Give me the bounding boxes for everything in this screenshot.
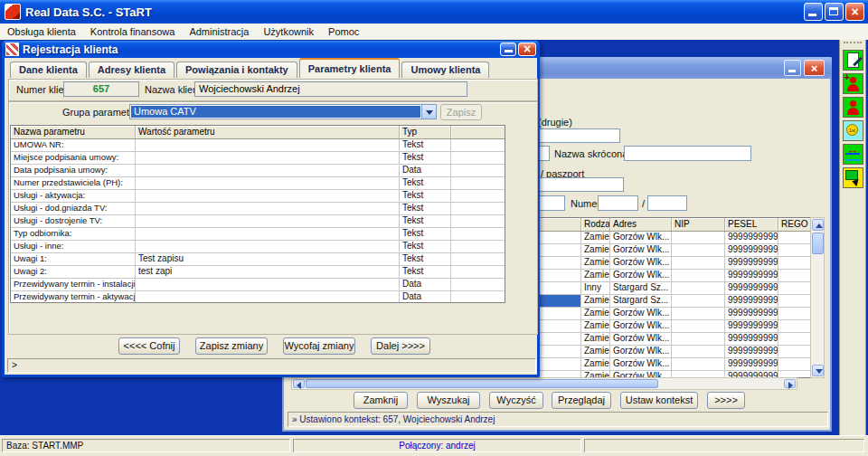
- numer-input-2[interactable]: [647, 195, 687, 211]
- address-pesel-cell[interactable]: 99999999999: [725, 270, 778, 281]
- first-payment-icon[interactable]: [843, 120, 863, 141]
- param-value-cell[interactable]: [136, 228, 400, 240]
- address-adres-cell[interactable]: Stargard Sz...: [610, 295, 672, 307]
- set-context-icon[interactable]: [843, 167, 863, 188]
- param-row[interactable]: Uwagi 1:Test zapisuTekst: [11, 253, 505, 266]
- address-pesel-cell[interactable]: 99999999999: [725, 257, 778, 269]
- address-rodzaj-cell[interactable]: Zamies...: [581, 358, 610, 370]
- client-button-0[interactable]: Zamknij: [354, 392, 408, 409]
- menu-item-1[interactable]: Kontrola finansowa: [83, 24, 183, 40]
- param-row[interactable]: Data podpisania umowy:Data: [11, 165, 505, 177]
- address-pesel-cell[interactable]: 99999999999: [725, 282, 778, 294]
- param-row[interactable]: Miejsce podpisania umowy:Tekst: [11, 152, 505, 165]
- address-rodzaj-cell[interactable]: Zamies...: [581, 320, 610, 332]
- add-client-icon[interactable]: [843, 73, 863, 94]
- column-header-regon[interactable]: REGO: [778, 218, 811, 231]
- address-regon-cell[interactable]: [778, 308, 811, 319]
- address-rodzaj-cell[interactable]: Inny: [581, 282, 610, 294]
- grupa-parametrow-combo[interactable]: Umowa CATV: [129, 104, 437, 119]
- address-regon-cell[interactable]: [778, 358, 811, 370]
- address-pesel-cell[interactable]: 99999999999: [725, 244, 778, 256]
- vertical-scrollbar[interactable]: [810, 217, 825, 378]
- address-adres-cell[interactable]: Stargard Sz...: [610, 282, 672, 294]
- menu-item-4[interactable]: Pomoc: [321, 24, 366, 40]
- address-nip-cell[interactable]: [672, 295, 725, 307]
- column-header-name[interactable]: Nazwa parametru: [11, 126, 136, 138]
- param-value-cell[interactable]: [136, 203, 400, 214]
- param-value-cell[interactable]: test zapi: [136, 266, 400, 278]
- chevron-down-icon[interactable]: [421, 105, 436, 119]
- address-regon-cell[interactable]: [778, 333, 811, 345]
- client-button-1[interactable]: Wyszukaj: [417, 392, 480, 409]
- column-header-type[interactable]: Typ: [400, 126, 451, 138]
- address-rodzaj-cell[interactable]: Zamies...: [581, 333, 610, 345]
- param-value-cell[interactable]: [136, 139, 400, 151]
- address-nip-cell[interactable]: [672, 333, 725, 345]
- param-row[interactable]: Usługi - aktywacja:Tekst: [11, 190, 505, 203]
- address-pesel-cell[interactable]: 99999999999: [725, 358, 778, 370]
- zapisz-button[interactable]: Zapisz: [440, 104, 482, 120]
- address-adres-cell[interactable]: Gorzów Wlk...: [610, 257, 672, 269]
- address-adres-cell[interactable]: Gorzów Wlk...: [610, 308, 672, 319]
- address-pesel-cell[interactable]: 99999999999: [725, 320, 778, 332]
- column-header-rodzaj[interactable]: Rodzaj ...: [581, 218, 610, 231]
- param-value-cell[interactable]: [136, 215, 400, 227]
- tab-1[interactable]: Adresy klienta: [89, 62, 175, 78]
- address-pesel-cell[interactable]: 99999999999: [725, 232, 778, 243]
- address-regon-cell[interactable]: [778, 244, 811, 256]
- param-value-cell[interactable]: [136, 190, 400, 202]
- scrollbar-thumb[interactable]: [812, 233, 824, 254]
- param-row[interactable]: UMOWA NR:Tekst: [11, 139, 505, 152]
- client-button-2[interactable]: Wyczyść: [489, 392, 543, 409]
- param-value-cell[interactable]: [136, 152, 400, 164]
- address-adres-cell[interactable]: Gorzów Wlk...: [610, 358, 672, 370]
- param-value-cell[interactable]: [136, 241, 400, 252]
- close-button[interactable]: [845, 3, 864, 21]
- address-pesel-cell[interactable]: 99999999999: [725, 346, 778, 357]
- address-rodzaj-cell[interactable]: Zamies...: [581, 270, 610, 281]
- address-adres-cell[interactable]: Gorzów Wlk...: [610, 346, 672, 357]
- param-row[interactable]: Usługi - dod.gniazda TV:Tekst: [11, 203, 505, 215]
- minimize-button[interactable]: [804, 3, 823, 21]
- tab-2[interactable]: Powiązania i kontakty: [176, 62, 297, 78]
- address-regon-cell[interactable]: [778, 282, 811, 294]
- dialog-button-0[interactable]: <<<< Cofnij: [118, 337, 180, 355]
- nazwa-skrocona-input[interactable]: [624, 146, 751, 161]
- column-header-nip[interactable]: NIP: [672, 218, 725, 231]
- edit-document-icon[interactable]: [843, 50, 863, 71]
- minimize-button[interactable]: [784, 60, 801, 76]
- dialog-button-1[interactable]: Zapisz zmiany: [195, 337, 268, 355]
- param-value-cell[interactable]: [136, 291, 400, 303]
- param-value-cell[interactable]: [136, 177, 400, 189]
- menu-item-0[interactable]: Obsługa klienta: [0, 24, 83, 40]
- scroll-down-button[interactable]: [812, 365, 824, 376]
- address-adres-cell[interactable]: Gorzów Wlk...: [610, 333, 672, 345]
- address-adres-cell[interactable]: Gorzów Wlk...: [610, 232, 672, 243]
- client-button-4[interactable]: Ustaw kontekst: [620, 392, 698, 409]
- scroll-left-button[interactable]: [293, 379, 305, 388]
- address-rodzaj-cell[interactable]: Zamies...: [581, 232, 610, 243]
- param-value-cell[interactable]: Test zapisu: [136, 253, 400, 265]
- tab-4[interactable]: Umowy klienta: [401, 62, 489, 78]
- param-row[interactable]: Przewidywany termin - instalacji:Data: [11, 279, 505, 291]
- scroll-right-button[interactable]: [784, 379, 796, 388]
- address-rodzaj-cell[interactable]: Zamies...: [581, 308, 610, 319]
- param-row[interactable]: Uwagi 2:test zapiTekst: [11, 266, 505, 279]
- address-nip-cell[interactable]: [672, 257, 725, 269]
- param-row[interactable]: Przewidywany termin - aktywacji:Data: [11, 291, 505, 303]
- dialog-button-2[interactable]: Wycofaj zmiany: [283, 337, 355, 355]
- menu-item-3[interactable]: Użytkownik: [256, 24, 321, 40]
- address-nip-cell[interactable]: [672, 282, 725, 294]
- horizontal-scrollbar[interactable]: [291, 377, 797, 390]
- client-button-3[interactable]: Przeglądaj: [552, 392, 611, 409]
- address-rodzaj-cell[interactable]: Zamies...: [581, 346, 610, 357]
- address-adres-cell[interactable]: Gorzów Wlk...: [610, 270, 672, 281]
- param-row[interactable]: Usługi - inne:Tekst: [11, 241, 505, 253]
- address-nip-cell[interactable]: [672, 320, 725, 332]
- address-nip-cell[interactable]: [672, 244, 725, 256]
- client-button-5[interactable]: >>>>: [707, 392, 745, 409]
- maximize-button[interactable]: [825, 3, 844, 21]
- column-header-pesel[interactable]: PESEL: [725, 218, 778, 231]
- address-regon-cell[interactable]: [778, 320, 811, 332]
- dialog-button-3[interactable]: Dalej >>>>: [371, 337, 430, 355]
